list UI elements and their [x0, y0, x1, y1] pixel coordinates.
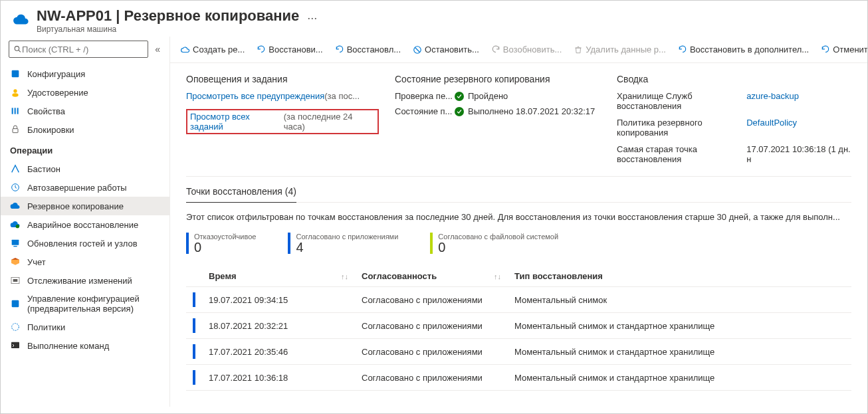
configmgmt-icon — [10, 298, 21, 309]
sidebar-item-label: Автозавершение работы — [27, 183, 127, 193]
toolbar-delete: Удалить данные р... — [570, 42, 670, 57]
nav-section-operations: Операции — [1, 139, 169, 159]
undo-icon — [335, 45, 344, 54]
svg-rect-5 — [12, 108, 13, 114]
highlight-box: Просмотр всех заданий (за последние 24 ч… — [186, 109, 379, 134]
svg-rect-12 — [13, 246, 17, 247]
sidebar-item-configmgmt[interactable]: Управление конфигурацией (предварительна… — [1, 290, 169, 318]
sidebar-item-changetracking[interactable]: Отслеживание изменений — [1, 271, 169, 290]
delete-icon — [574, 45, 583, 54]
svg-point-16 — [12, 324, 19, 331]
sidebar-item-label: Учет — [27, 257, 46, 267]
col-time[interactable]: Время — [209, 271, 237, 281]
inventory-icon — [10, 257, 21, 267]
sidebar-item-label: Бастион — [27, 164, 60, 174]
sidebar-item-inventory[interactable]: Учет — [1, 253, 169, 271]
cell-type: Моментальный снимок — [508, 287, 851, 313]
table-row[interactable]: 17.07.2021 20:35:46Согласовано с приложе… — [186, 339, 851, 365]
sidebar-item-backup[interactable]: Резервное копирование — [1, 197, 169, 215]
sidebar-item-locks[interactable]: Блокировки — [1, 120, 169, 139]
sidebar-item-policies[interactable]: Политики — [1, 318, 169, 336]
sidebar-item-updates[interactable]: Обновления гостей и узлов — [1, 234, 169, 253]
search-box[interactable] — [9, 41, 148, 58]
svg-rect-8 — [13, 129, 18, 133]
col-consistency[interactable]: Согласованность — [362, 271, 437, 281]
runcommand-icon — [10, 340, 21, 351]
svg-point-3 — [13, 89, 17, 92]
toolbar-create-backup[interactable]: Создать ре... — [177, 42, 249, 57]
view-all-alerts-link[interactable]: Просмотреть все предупреждения — [186, 91, 324, 101]
stat-app: Согласовано с приложениями 4 — [288, 233, 398, 254]
stop-icon — [413, 45, 422, 54]
dr-icon — [10, 219, 21, 230]
oldest-value: 17.07.2021 10:36:18 (1 дн. н — [746, 144, 851, 164]
sort-icon[interactable]: ↑↓ — [341, 272, 348, 280]
cell-time: 19.07.2021 09:34:15 — [202, 287, 355, 313]
more-button[interactable]: ··· — [307, 11, 317, 25]
cell-time: 18.07.2021 20:32:21 — [202, 313, 355, 339]
table-row[interactable]: 18.07.2021 20:32:21Согласовано с приложе… — [186, 313, 851, 339]
policy-link[interactable]: DefaultPolicy — [746, 118, 851, 138]
undo-icon — [821, 45, 830, 54]
svg-point-4 — [12, 93, 18, 96]
page-header: NW-APP01 | Резервное копирование Виртуал… — [1, 1, 867, 37]
restore-points-table: Время↑↓ Согласованность↑↓ Тип восстановл… — [186, 266, 851, 391]
restore-points-title: Точки восстановления (4) — [186, 186, 296, 203]
col-type[interactable]: Тип восстановления — [514, 271, 603, 281]
sort-icon[interactable]: ↑↓ — [494, 272, 501, 280]
check-label: Проверка пе... — [395, 91, 455, 101]
page-subtitle: Виртуальная машина — [37, 25, 299, 34]
toolbar-cancel[interactable]: Отменить ... — [817, 42, 867, 57]
panel-summary-title: Сводка — [617, 74, 851, 84]
properties-icon — [10, 106, 21, 116]
bastion-icon — [10, 163, 21, 174]
toolbar-restore[interactable]: Восстанови... — [253, 42, 326, 57]
state-label: Состояние п... — [395, 106, 455, 116]
panel-summary: Сводка Хранилище Служб восстановления az… — [617, 74, 851, 164]
svg-rect-15 — [12, 300, 19, 308]
row-indicator — [193, 370, 195, 385]
sidebar-item-runcommand[interactable]: Выполнение команд — [1, 336, 169, 355]
sidebar-item-label: Резервное копирование — [27, 201, 124, 211]
toolbar-restored[interactable]: Восстановл... — [331, 42, 405, 57]
sidebar-item-config[interactable]: Конфигурация — [1, 64, 169, 83]
svg-rect-17 — [11, 342, 19, 348]
check-value: Пройдено — [468, 91, 508, 101]
sidebar-item-properties[interactable]: Свойства — [1, 102, 169, 120]
lock-icon — [10, 124, 21, 135]
sidebar-item-dr[interactable]: Аварийное восстановление — [1, 215, 169, 234]
vault-link[interactable]: azure-backup — [746, 91, 851, 111]
clock-icon — [10, 182, 21, 193]
cell-consistency: Согласовано с приложениями — [355, 365, 508, 391]
svg-rect-14 — [13, 279, 18, 282]
cell-consistency: Согласовано с приложениями — [355, 339, 508, 365]
sidebar-item-label: Аварийное восстановление — [27, 220, 138, 230]
sidebar-item-label: Политики — [27, 322, 65, 332]
stat-crash: Отказоустойчивое 0 — [186, 233, 256, 254]
table-row[interactable]: 17.07.2021 10:36:18Согласовано с приложе… — [186, 365, 851, 391]
success-icon — [455, 92, 464, 101]
oldest-label: Самая старая точка восстановления — [617, 144, 736, 164]
view-all-jobs-link[interactable]: Просмотр всех заданий — [190, 112, 284, 132]
svg-rect-11 — [12, 240, 19, 245]
stat-file: Согласовано с файловой системой 0 — [430, 233, 558, 254]
cell-consistency: Согласовано с приложениями — [355, 313, 508, 339]
row-indicator — [193, 292, 195, 307]
undo-icon — [257, 45, 266, 54]
svg-rect-7 — [17, 108, 19, 114]
sidebar-item-label: Блокировки — [27, 125, 74, 135]
table-row[interactable]: 19.07.2021 09:34:15Согласовано с приложе… — [186, 287, 851, 313]
toolbar-stop[interactable]: Остановить... — [409, 42, 483, 57]
identity-icon — [10, 87, 21, 98]
sidebar-item-label: Свойства — [27, 106, 65, 116]
changetracking-icon — [10, 275, 21, 286]
sidebar-item-autoshutdown[interactable]: Автозавершение работы — [1, 178, 169, 197]
collapse-sidebar-button[interactable]: « — [152, 44, 163, 54]
sidebar-item-identity[interactable]: Удостоверение — [1, 83, 169, 102]
search-input[interactable] — [22, 45, 144, 54]
panel-alerts-title: Оповещения и задания — [186, 74, 379, 84]
svg-point-0 — [15, 47, 19, 51]
toolbar-restore-secondary[interactable]: Восстановить в дополнител... — [674, 42, 813, 57]
row-indicator — [193, 344, 195, 359]
sidebar-item-bastion[interactable]: Бастион — [1, 159, 169, 178]
